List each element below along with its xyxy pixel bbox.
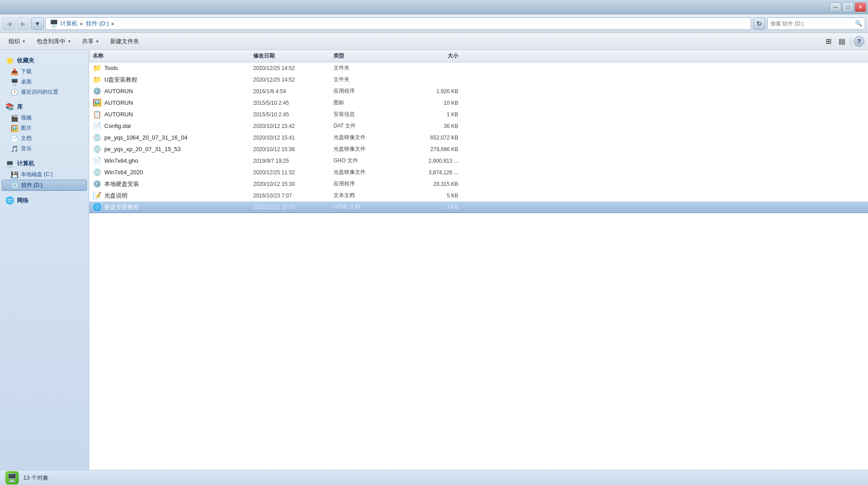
file-name-cell: 📁 Tools [93, 64, 253, 72]
file-type-label: HTML 文档 [333, 203, 405, 211]
view-list-button[interactable]: ▤ [835, 35, 848, 48]
breadcrumb: 🖥️ 计算机 ► 软件 (D:) ► [45, 17, 751, 30]
downloads-label: 下载 [21, 68, 32, 75]
file-date: 2015/5/10 2:45 [253, 111, 333, 118]
main-layout: ⭐ 收藏夹 📥 下载 🖥️ 桌面 🕐 最近访问的位置 📚 库 [0, 50, 868, 470]
file-date: 2020/12/25 14:52 [253, 65, 333, 71]
file-type-label: DAT 文件 [333, 122, 405, 130]
file-name-label: Win7x64.gho [104, 157, 138, 164]
table-row[interactable]: 💿 pe_yqs_xp_20_07_31_15_53 2020/10/12 15… [89, 144, 868, 155]
table-row[interactable]: 💿 Win7x64_2020 2020/12/25 11:32 光盘映像文件 3… [89, 167, 868, 178]
minimize-button[interactable]: ─ [830, 2, 841, 12]
table-row[interactable]: 📝 光盘说明 2016/10/23 7:07 文本文档 5 KB [89, 190, 868, 201]
file-date: 2019/9/7 19:25 [253, 158, 333, 164]
view-toggle-button[interactable]: ⊞ [822, 35, 835, 48]
refresh-button[interactable]: ↻ [753, 17, 765, 30]
file-type-label: 应用程序 [333, 87, 405, 95]
computer-group[interactable]: 💻 计算机 [2, 157, 87, 169]
sidebar-item-c-drive[interactable]: 💾 本地磁盘 (C:) [2, 169, 87, 180]
file-name-cell: 🖼️ AUTORUN [93, 99, 253, 107]
pictures-icon: 🖼️ [11, 125, 18, 132]
file-type-icon: 💿 [93, 145, 102, 153]
file-name-label: AUTORUN [104, 88, 133, 95]
breadcrumb-drive[interactable]: 软件 (D:) [86, 20, 109, 28]
table-row[interactable]: 💿 pe_yqs_1064_20_07_31_16_04 2020/10/12 … [89, 132, 868, 144]
column-size[interactable]: 大小 [405, 52, 458, 60]
sidebar-item-music[interactable]: 🎵 音乐 [2, 144, 87, 154]
music-label: 音乐 [21, 145, 32, 152]
maximize-button[interactable]: □ [842, 2, 854, 12]
computer-section: 💻 计算机 💾 本地磁盘 (C:) 💿 软件 (D:) [2, 157, 87, 191]
file-name-cell: 💿 pe_yqs_xp_20_07_31_15_53 [93, 145, 253, 153]
file-type-icon: 📄 [93, 156, 102, 165]
network-icon: 🌐 [5, 196, 14, 205]
sidebar-item-d-drive[interactable]: 💿 软件 (D:) [2, 180, 87, 191]
table-row[interactable]: 📋 AUTORUN 2015/5/10 2:45 安装信息 1 KB [89, 109, 868, 120]
file-type-label: 光盘映像文件 [333, 169, 405, 176]
dropdown-button[interactable]: ▼ [31, 17, 44, 30]
file-type-label: 图标 [333, 99, 405, 107]
column-type[interactable]: 类型 [333, 52, 405, 60]
favorites-section: ⭐ 收藏夹 📥 下载 🖥️ 桌面 🕐 最近访问的位置 [2, 54, 87, 97]
sidebar-item-pictures[interactable]: 🖼️ 图片 [2, 123, 87, 133]
file-name-cell: 📁 U盘安装教程 [93, 75, 253, 84]
file-type-label: 文本文档 [333, 192, 405, 199]
file-name-cell: 🌐 硬盘安装教程 [93, 203, 253, 211]
recent-label: 最近访问的位置 [21, 88, 58, 96]
share-button[interactable]: 共享 ▼ [77, 35, 104, 48]
file-type-label: 文件夹 [333, 64, 405, 72]
table-row[interactable]: 🖼️ AUTORUN 2015/5/10 2:45 图标 10 KB [89, 97, 868, 109]
column-name[interactable]: 名称 [93, 52, 253, 60]
sidebar-item-recent[interactable]: 🕐 最近访问的位置 [2, 87, 87, 97]
software-d-label: 软件 (D:) [21, 181, 42, 189]
file-date: 2016/11/21 22:03 [253, 204, 333, 210]
file-size: 3,874,126 ... [405, 169, 458, 176]
new-folder-button[interactable]: 新建文件夹 [105, 35, 144, 48]
window-controls: ─ □ ✕ [830, 2, 866, 12]
file-size: 3 KB [405, 204, 458, 210]
close-button[interactable]: ✕ [855, 2, 866, 12]
favorites-group[interactable]: ⭐ 收藏夹 [2, 54, 87, 66]
forward-button[interactable]: ▶ [17, 17, 29, 30]
sidebar-item-videos[interactable]: 🎬 视频 [2, 113, 87, 123]
documents-icon: 📄 [11, 135, 18, 142]
file-type-label: 文件夹 [333, 76, 405, 83]
sidebar-item-documents[interactable]: 📄 文档 [2, 133, 87, 144]
organize-button[interactable]: 组织 ▼ [4, 35, 31, 48]
back-button[interactable]: ◀ [3, 17, 15, 30]
file-type-icon: 💿 [93, 133, 102, 142]
help-button[interactable]: ? [854, 36, 864, 47]
library-group[interactable]: 📚 库 [2, 101, 87, 113]
table-row[interactable]: 📄 Config.dat 2020/10/12 15:42 DAT 文件 36 … [89, 120, 868, 132]
music-icon: 🎵 [11, 145, 18, 152]
videos-label: 视频 [21, 114, 32, 122]
table-row[interactable]: 🌐 硬盘安装教程 2016/11/21 22:03 HTML 文档 3 KB [89, 201, 868, 213]
sidebar-item-desktop[interactable]: 🖥️ 桌面 [2, 77, 87, 87]
file-name-cell: 💿 Win7x64_2020 [93, 168, 253, 177]
file-date: 2016/1/8 4:54 [253, 88, 333, 95]
library-section: 📚 库 🎬 视频 🖼️ 图片 📄 文档 🎵 音乐 [2, 101, 87, 154]
breadcrumb-computer[interactable]: 计算机 [60, 20, 78, 28]
share-label: 共享 [82, 37, 94, 45]
file-date: 2020/12/25 14:52 [253, 77, 333, 83]
table-row[interactable]: 📁 Tools 2020/12/25 14:52 文件夹 [89, 62, 868, 74]
videos-icon: 🎬 [11, 115, 18, 122]
table-row[interactable]: ⚙️ 本地硬盘安装 2020/10/12 15:30 应用程序 28,315 K… [89, 178, 868, 190]
file-size: 28,315 KB [405, 181, 458, 187]
file-size: 2,900,813 ... [405, 158, 458, 164]
file-date: 2020/10/12 15:41 [253, 135, 333, 141]
sidebar-item-downloads[interactable]: 📥 下载 [2, 66, 87, 77]
table-row[interactable]: 📄 Win7x64.gho 2019/9/7 19:25 GHO 文件 2,90… [89, 155, 868, 167]
network-group[interactable]: 🌐 网络 [2, 194, 87, 206]
table-row[interactable]: ⚙️ AUTORUN 2016/1/8 4:54 应用程序 1,926 KB [89, 86, 868, 97]
search-input[interactable] [770, 21, 853, 27]
addressbar: ◀ ▶ ▼ 🖥️ 计算机 ► 软件 (D:) ► ↻ 🔍 [0, 14, 868, 33]
file-date: 2015/5/10 2:45 [253, 100, 333, 106]
file-type-icon: 📁 [93, 75, 102, 84]
include-library-button[interactable]: 包含到库中 ▼ [32, 35, 76, 48]
favorites-label: 收藏夹 [17, 57, 34, 65]
file-type-icon: ⚙️ [93, 87, 102, 95]
table-row[interactable]: 📁 U盘安装教程 2020/12/25 14:52 文件夹 [89, 74, 868, 86]
column-date[interactable]: 修改日期 [253, 52, 333, 60]
recent-icon: 🕐 [11, 89, 18, 96]
